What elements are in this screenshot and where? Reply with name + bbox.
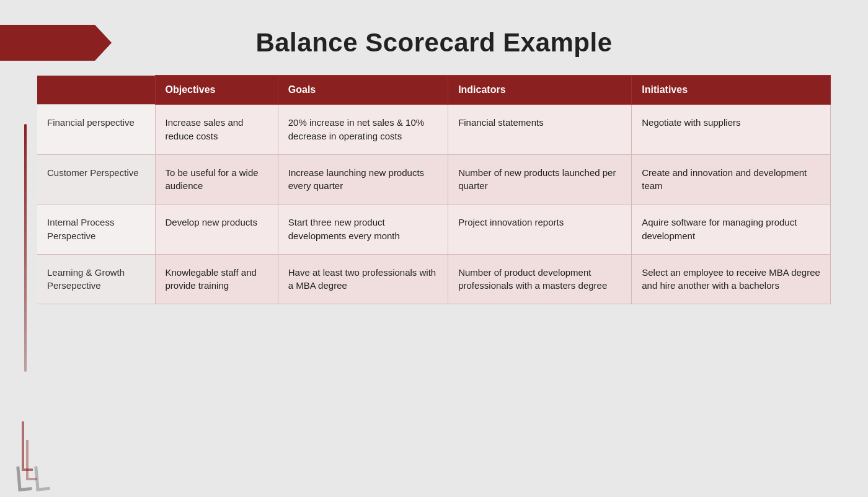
cell-0-initiatives: Negotiate with suppliers	[632, 105, 831, 155]
cell-1-indicators: Number of new products launched per quar…	[448, 154, 632, 205]
table-row: Internal Process PerspectiveDevelop new …	[37, 205, 831, 255]
table-header-row: Objectives Goals Indicators Initiatives	[37, 76, 831, 105]
cell-0-perspective: Financial perspective	[37, 105, 155, 155]
cell-1-initiatives: Create and innovation and development te…	[632, 154, 831, 205]
header-col0	[37, 76, 155, 105]
table-row: Learning & Growth PersepectiveKnowlegabl…	[37, 254, 831, 304]
cell-2-goals: Start three new product developments eve…	[278, 205, 448, 255]
side-decoration-left	[19, 124, 32, 483]
scorecard-table: Objectives Goals Indicators Initiatives …	[37, 75, 831, 304]
cell-3-perspective: Learning & Growth Persepective	[37, 254, 155, 304]
main-content: Balance Scorecard Example Objectives Goa…	[0, 0, 868, 317]
cell-3-goals: Have at least two professionals with a M…	[278, 254, 448, 304]
header-indicators: Indicators	[448, 76, 632, 105]
cell-1-perspective: Customer Perspective	[37, 154, 155, 205]
cell-2-perspective: Internal Process Perspective	[37, 205, 155, 255]
page-title: Balance Scorecard Example	[255, 28, 612, 58]
header-initiatives: Initiatives	[632, 76, 831, 105]
cell-0-indicators: Financial statements	[448, 105, 632, 155]
cell-2-initiatives: Aquire software for managing product dev…	[632, 205, 831, 255]
table-row: Financial perspectiveIncrease sales and …	[37, 105, 831, 155]
header-objectives: Objectives	[155, 76, 278, 105]
cell-3-indicators: Number of product development profession…	[448, 254, 632, 304]
cell-0-objectives: Increase sales and reduce costs	[155, 105, 278, 155]
cell-2-indicators: Project innovation reports	[448, 205, 632, 255]
cell-2-objectives: Develop new products	[155, 205, 278, 255]
cell-3-objectives: Knowlegable staff and provide training	[155, 254, 278, 304]
table-row: Customer PerspectiveTo be useful for a w…	[37, 154, 831, 205]
header-goals: Goals	[278, 76, 448, 105]
cell-1-goals: Increase launching new products every qu…	[278, 154, 448, 205]
cell-3-initiatives: Select an employee to receive MBA degree…	[632, 254, 831, 304]
cell-0-goals: 20% increase in net sales & 10% decrease…	[278, 105, 448, 155]
arrow-decoration	[0, 25, 112, 61]
bottom-decoration	[17, 466, 47, 491]
cell-1-objectives: To be useful for a wide audience	[155, 154, 278, 205]
